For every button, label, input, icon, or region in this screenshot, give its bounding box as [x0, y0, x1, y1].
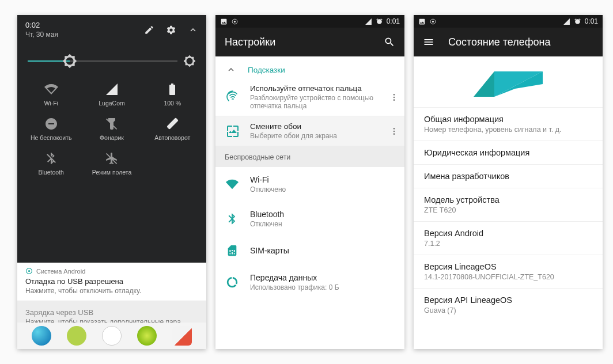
menu-icon[interactable]	[423, 36, 434, 48]
row-subtitle: 7.1.2	[424, 240, 592, 248]
tile-label: Режим полета	[92, 169, 132, 176]
status-time: 0:01	[387, 17, 400, 25]
notification-text: Нажмите, чтобы отключить отладку.	[25, 287, 198, 295]
brightness-auto-icon[interactable]	[183, 55, 196, 67]
dock-icon-sms[interactable]	[67, 326, 86, 346]
page-title: Состояние телефона	[448, 36, 593, 48]
row-title: Имена разработчиков	[424, 172, 592, 181]
brightness-thumb-icon[interactable]	[62, 54, 77, 69]
row-title: Юридическая информация	[424, 148, 592, 157]
tile-bluetooth[interactable]: Bluetooth	[21, 151, 81, 176]
sim-icon	[226, 244, 239, 257]
tile-dnd[interactable]: Не беспокоить	[21, 117, 81, 141]
target-icon	[429, 18, 437, 25]
row-data-usage[interactable]: Передача данных Использовано трафика: 0 …	[215, 265, 404, 299]
row-contributors[interactable]: Имена разработчиков	[414, 164, 603, 188]
notification-usb-debug[interactable]: Система Android Отладка по USB разрешена…	[17, 263, 206, 301]
dock-icon-phone[interactable]	[32, 326, 51, 346]
hints-label: Подсказки	[248, 66, 285, 74]
tile-battery[interactable]: 100 %	[142, 82, 203, 107]
screenshot-about-phone: 0:01 Состояние телефона Общая информация…	[414, 15, 603, 349]
qs-time: 0:02	[25, 21, 144, 29]
status-time: 0:01	[585, 17, 598, 25]
row-subtitle: Использовано трафика: 0 Б	[250, 283, 339, 291]
row-subtitle: 14.1-20170808-UNOFFICIAL-ZTE_T620	[424, 273, 592, 281]
more-vert-icon[interactable]	[389, 93, 399, 102]
svg-marker-12	[474, 71, 494, 97]
app-bar: Состояние телефона	[414, 28, 603, 56]
dock-icon-browser[interactable]	[137, 326, 157, 346]
row-legal-info[interactable]: Юридическая информация	[414, 141, 603, 164]
tile-cell[interactable]: LugaCom	[81, 82, 142, 107]
screenshot-quick-settings: 0:02 Чт, 30 мая Wi-Fi LugaCo	[17, 15, 206, 349]
wifi-off-icon	[44, 82, 58, 96]
hint-subtitle: Выберите обои для экрана	[250, 132, 379, 140]
search-icon[interactable]	[384, 36, 395, 48]
image-icon	[418, 18, 426, 25]
row-title: Передача данных	[250, 273, 339, 282]
svg-point-5	[393, 96, 395, 98]
svg-point-6	[393, 99, 395, 101]
signal-icon	[105, 82, 119, 96]
signal-icon	[365, 18, 372, 25]
row-title: Bluetooth	[250, 210, 284, 219]
tile-label: Bluetooth	[38, 169, 63, 176]
svg-point-7	[393, 128, 395, 130]
edit-icon[interactable]	[144, 25, 154, 35]
lineageos-logo	[414, 56, 603, 107]
tile-label: Фонарик	[100, 134, 124, 141]
target-icon	[25, 267, 33, 275]
row-lineage-api[interactable]: Версия API LineageOS Guava (7)	[414, 288, 603, 321]
chevron-up-icon[interactable]	[188, 25, 198, 35]
wallpaper-icon	[226, 124, 240, 138]
notification-title: Зарядка через USB	[25, 308, 198, 317]
hint-title: Смените обои	[250, 122, 379, 131]
row-wifi[interactable]: Wi-Fi Отключено	[215, 167, 404, 202]
more-vert-icon[interactable]	[389, 127, 399, 136]
status-bar: 0:01	[414, 15, 603, 28]
hint-subtitle: Разблокируйте устройство с помощью отпеч…	[250, 94, 379, 110]
tile-flashlight[interactable]: Фонарик	[81, 117, 142, 141]
bluetooth-off-icon	[44, 151, 58, 165]
data-usage-icon	[226, 276, 239, 289]
hints-toggle[interactable]: Подсказки	[215, 56, 404, 78]
chevron-up-icon	[226, 65, 236, 75]
row-title: Модель устройства	[424, 195, 592, 204]
tile-label: Wi-Fi	[44, 100, 58, 107]
tile-airplane[interactable]: Режим полета	[81, 151, 142, 176]
tile-label: 100 %	[164, 100, 181, 107]
gear-icon[interactable]	[166, 25, 176, 35]
tile-label: LugaCom	[99, 100, 125, 107]
status-bar: 0:01	[215, 15, 404, 28]
row-bluetooth[interactable]: Bluetooth Отключен	[215, 202, 404, 236]
row-sim[interactable]: SIM-карты	[215, 236, 404, 265]
notification-title: Отладка по USB разрешена	[25, 277, 198, 286]
airplane-off-icon	[105, 151, 119, 165]
svg-point-2	[234, 20, 236, 22]
row-subtitle: Номер телефона, уровень сигнала и т. д.	[424, 126, 592, 134]
row-subtitle: Guava (7)	[424, 306, 592, 314]
about-content: Общая информация Номер телефона, уровень…	[414, 56, 603, 349]
hint-fingerprint[interactable]: Используйте отпечаток пальца Разблокируй…	[215, 78, 404, 116]
row-model[interactable]: Модель устройства ZTE T620	[414, 188, 603, 221]
dock-icon-apps[interactable]	[102, 326, 122, 346]
row-general-info[interactable]: Общая информация Номер телефона, уровень…	[414, 107, 603, 141]
row-android-version[interactable]: Версия Android 7.1.2	[414, 221, 603, 255]
rotate-icon	[165, 117, 179, 131]
target-icon	[231, 18, 239, 25]
row-title: Wi-Fi	[250, 175, 286, 184]
row-title: Версия API LineageOS	[424, 295, 592, 305]
svg-point-0	[28, 270, 30, 272]
battery-icon	[165, 82, 179, 96]
row-lineage-version[interactable]: Версия LineageOS 14.1-20170808-UNOFFICIA…	[414, 255, 603, 288]
tile-rotate[interactable]: Автоповорот	[142, 117, 203, 141]
row-subtitle: Отключен	[250, 220, 284, 228]
hint-title: Используйте отпечаток пальца	[250, 84, 379, 93]
image-icon	[220, 18, 228, 25]
row-subtitle: Отключено	[250, 185, 286, 194]
tile-wifi[interactable]: Wi-Fi	[21, 82, 81, 107]
brightness-slider[interactable]	[28, 60, 177, 62]
hint-wallpaper[interactable]: Смените обои Выберите обои для экрана	[215, 116, 404, 146]
app-bar: Настройки	[215, 28, 404, 56]
dock-icon-camera[interactable]	[172, 326, 192, 346]
